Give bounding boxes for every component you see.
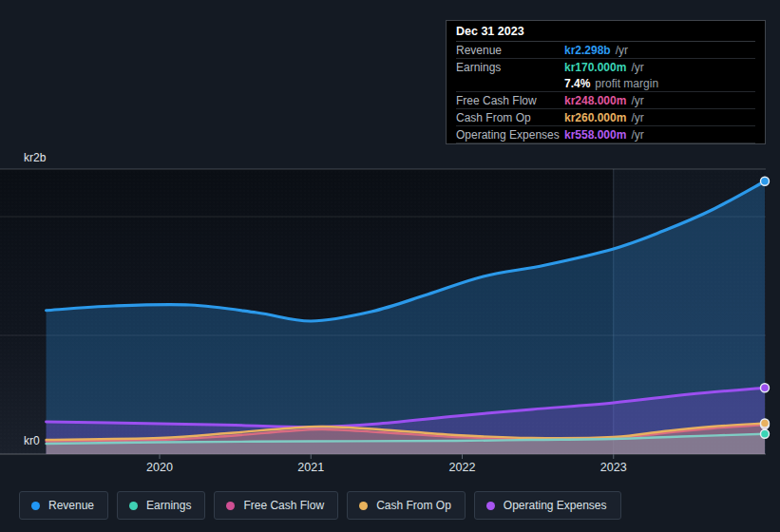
tooltip-row-earnings: Earnings kr170.000m /yr xyxy=(456,59,755,75)
tooltip-label: Cash From Op xyxy=(456,111,564,124)
operating-expenses-dot-icon xyxy=(486,502,495,510)
x-tick-label: 2020 xyxy=(146,461,173,474)
legend-label: Cash From Op xyxy=(376,499,451,512)
free-cash-flow-dot-icon xyxy=(226,502,235,510)
chart-tooltip: Dec 31 2023 Revenue kr2.298b /yr Earning… xyxy=(446,20,766,144)
tooltip-date: Dec 31 2023 xyxy=(456,22,755,42)
tooltip-value: kr260.000m xyxy=(564,111,626,124)
y-axis-label-zero: kr0 xyxy=(24,434,40,447)
cash-from-op-dot-icon xyxy=(359,502,368,510)
legend-label: Free Cash Flow xyxy=(243,499,324,512)
tooltip-row-operating-expenses: Operating Expenses kr558.000m /yr xyxy=(456,126,755,143)
legend-item-revenue[interactable]: Revenue xyxy=(19,491,108,520)
marker-revenue xyxy=(761,177,770,185)
tooltip-label: Free Cash Flow xyxy=(456,94,564,107)
revenue-dot-icon xyxy=(31,502,40,510)
tooltip-value: kr248.000m xyxy=(564,94,626,107)
legend-label: Revenue xyxy=(48,499,94,512)
legend-label: Earnings xyxy=(146,499,191,512)
legend-item-free-cash-flow[interactable]: Free Cash Flow xyxy=(214,491,338,520)
tooltip-suffix: /yr xyxy=(616,44,628,57)
legend-item-operating-expenses[interactable]: Operating Expenses xyxy=(474,491,621,520)
marker-cash-from-op xyxy=(761,419,770,428)
chart-legend: Revenue Earnings Free Cash Flow Cash Fro… xyxy=(19,491,621,520)
tooltip-suffix: /yr xyxy=(631,111,643,124)
tooltip-value: kr2.298b xyxy=(564,44,611,57)
earnings-revenue-history-chart: 2020202120222023 kr2b kr0 Dec 31 2023 Re… xyxy=(0,0,780,532)
tooltip-label: Revenue xyxy=(456,44,564,57)
legend-item-earnings[interactable]: Earnings xyxy=(117,491,205,520)
tooltip-suffix: profit margin xyxy=(595,77,658,90)
legend-label: Operating Expenses xyxy=(504,499,607,512)
tooltip-value: kr558.000m xyxy=(564,128,626,142)
x-tick-label: 2022 xyxy=(449,461,476,474)
tooltip-label: Earnings xyxy=(456,61,564,74)
y-axis-label-top: kr2b xyxy=(24,151,46,164)
tooltip-label: Operating Expenses xyxy=(456,128,564,142)
x-tick-label: 2021 xyxy=(297,461,324,474)
tooltip-value: 7.4% xyxy=(564,77,590,90)
tooltip-row-profit-margin: 7.4% profit margin xyxy=(456,75,755,92)
legend-item-cash-from-op[interactable]: Cash From Op xyxy=(347,491,466,520)
marker-operating-expenses xyxy=(761,384,770,392)
x-tick-label: 2023 xyxy=(600,461,627,474)
tooltip-row-revenue: Revenue kr2.298b /yr xyxy=(456,42,755,59)
tooltip-suffix: /yr xyxy=(631,61,643,74)
tooltip-suffix: /yr xyxy=(631,94,643,107)
tooltip-row-cash-from-op: Cash From Op kr260.000m /yr xyxy=(456,109,755,126)
earnings-dot-icon xyxy=(129,502,138,510)
marker-earnings xyxy=(761,429,770,438)
tooltip-row-free-cash-flow: Free Cash Flow kr248.000m /yr xyxy=(456,92,755,109)
tooltip-value: kr170.000m xyxy=(564,61,626,74)
tooltip-suffix: /yr xyxy=(631,128,643,142)
